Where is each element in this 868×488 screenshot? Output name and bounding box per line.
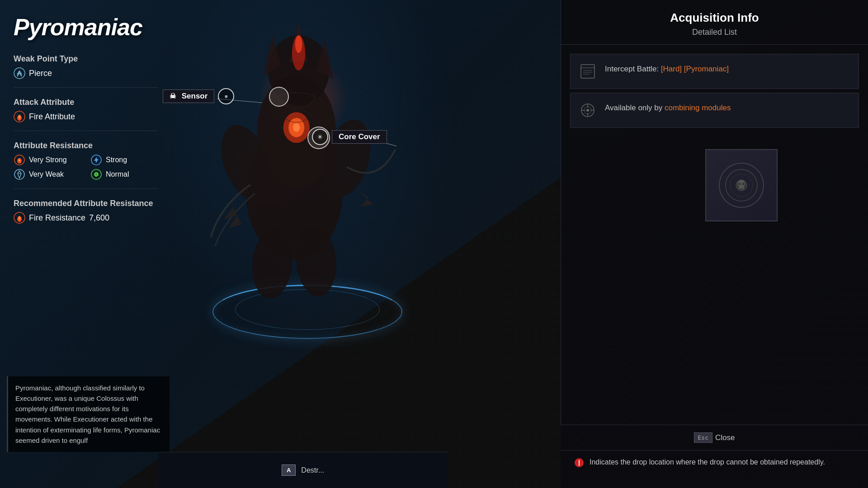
- sensor-marker-icon: ■: [225, 94, 228, 99]
- weak-point-label: Weak Point Type: [14, 54, 158, 64]
- acq-item-combine: Available only by combining modules: [570, 93, 859, 128]
- acq-item-icon-intercept: [578, 61, 598, 81]
- resist-icon-nature: [90, 169, 102, 180]
- intercept-highlight: [Hard] [Pyromaniac]: [661, 65, 729, 73]
- attribute-resistance-section: Attribute Resistance Very Strong: [14, 141, 158, 189]
- resist-item-very-weak: Very Weak: [14, 169, 81, 180]
- svg-point-23: [19, 160, 20, 161]
- core-marker[interactable]: ✳: [312, 129, 328, 145]
- resist-label-normal: Normal: [106, 170, 129, 178]
- svg-point-31: [95, 174, 98, 176]
- attack-attribute-section: Attack Attribute Fire Attribute: [14, 98, 158, 131]
- svg-point-11: [586, 109, 589, 112]
- pierce-icon: [14, 67, 25, 79]
- recommended-amount: 7,600: [89, 213, 109, 223]
- attribute-resistance-label: Attribute Resistance: [14, 141, 158, 150]
- svg-point-19: [19, 117, 20, 118]
- svg-marker-27: [18, 171, 21, 178]
- boss-title: Pyromaniac: [14, 14, 158, 41]
- svg-marker-52: [356, 189, 373, 206]
- resist-item-normal: Normal: [90, 169, 158, 180]
- esc-key[interactable]: Esc: [694, 432, 712, 443]
- destroy-label: Destr...: [301, 466, 324, 474]
- combine-highlight: combining modules: [665, 103, 731, 112]
- recommended-value-row: Fire Resistance 7,600: [14, 212, 158, 224]
- sensor-hotspot: ☠ Sensor ■: [163, 88, 234, 104]
- resist-icon-fire: [14, 154, 25, 166]
- sensor-marker[interactable]: ■: [218, 88, 234, 104]
- close-label: Close: [715, 433, 735, 442]
- module-card: [705, 149, 778, 221]
- acquisition-title: Acquisition Info: [575, 11, 854, 25]
- module-card-inner: [719, 163, 764, 208]
- acquisition-header: Acquisition Info Detailed List: [561, 0, 868, 45]
- right-panel: Acquisition Info Detailed List Intercept…: [561, 0, 868, 488]
- right-bottom-controls: Esc Close Indicates the drop location wh…: [561, 425, 868, 488]
- intercept-prefix: Intercept Battle:: [605, 65, 661, 73]
- note-text: Indicates the drop location where the dr…: [590, 457, 825, 468]
- fire-attribute-icon: [14, 111, 25, 122]
- resist-label-strong: Strong: [106, 156, 127, 164]
- svg-point-58: [739, 183, 741, 185]
- acq-item-intercept: Intercept Battle: [Hard] [Pyromaniac]: [570, 54, 859, 89]
- creature-svg: [181, 9, 434, 316]
- core-marker-icon: ✳: [317, 133, 323, 141]
- recommended-type: Fire Resistance: [29, 213, 85, 223]
- recommended-label: Recommended Attribute Resistance: [14, 199, 158, 208]
- monster-area: ☠ Sensor ■ ✳ Core Cover: [158, 0, 457, 352]
- acquisition-list: Intercept Battle: [Hard] [Pyromaniac] Av…: [561, 45, 868, 141]
- attack-attribute-label: Attack Attribute: [14, 98, 158, 107]
- weak-point-section: Weak Point Type Pierce: [14, 54, 158, 88]
- resist-icon-lightning: [90, 154, 102, 166]
- bottom-action-bar: A Destr...: [158, 452, 448, 488]
- note-bar: Indicates the drop location where the dr…: [561, 450, 868, 476]
- resist-label-very-weak: Very Weak: [29, 170, 64, 178]
- resist-label-very-strong: Very Strong: [29, 156, 67, 164]
- svg-point-48: [293, 123, 300, 132]
- fire-attribute-label: Fire Attribute: [29, 112, 75, 122]
- destroy-action[interactable]: A Destr...: [282, 465, 324, 476]
- resist-item-strong: Strong: [90, 154, 158, 166]
- combine-prefix: Available only by: [605, 103, 665, 112]
- resist-grid: Very Strong Strong: [14, 154, 158, 180]
- note-icon: [574, 458, 584, 470]
- svg-point-35: [19, 218, 20, 220]
- svg-marker-25: [94, 157, 99, 163]
- svg-point-59: [742, 183, 745, 185]
- pierce-label: Pierce: [29, 69, 52, 78]
- sensor-circle-marker: [269, 87, 289, 107]
- core-label: Core Cover: [332, 130, 387, 144]
- acq-item-text-intercept: Intercept Battle: [Hard] [Pyromaniac]: [605, 61, 729, 75]
- left-panel: Pyromaniac Weak Point Type Pierce Attack…: [0, 0, 172, 488]
- resist-icon-crystal: [14, 169, 25, 180]
- core-hotspot: ✳ Core Cover: [312, 129, 387, 145]
- svg-point-14: [579, 465, 580, 466]
- module-card-icon: [723, 167, 760, 203]
- recommended-section: Recommended Attribute Resistance Fire Re…: [14, 199, 158, 224]
- acquisition-subtitle: Detailed List: [575, 28, 854, 37]
- attack-attribute-row: Fire Attribute: [14, 111, 158, 122]
- svg-marker-51: [224, 206, 241, 229]
- svg-point-50: [295, 35, 302, 53]
- acq-item-text-combine: Available only by combining modules: [605, 100, 731, 114]
- resist-item-very-strong: Very Strong: [14, 154, 81, 166]
- weak-point-row: Pierce: [14, 67, 158, 79]
- recommended-icon: [14, 212, 25, 224]
- esc-bar: Esc Close: [561, 425, 868, 450]
- action-key: A: [282, 465, 296, 476]
- acq-item-icon-combine: [578, 100, 598, 120]
- svg-rect-0: [581, 65, 594, 78]
